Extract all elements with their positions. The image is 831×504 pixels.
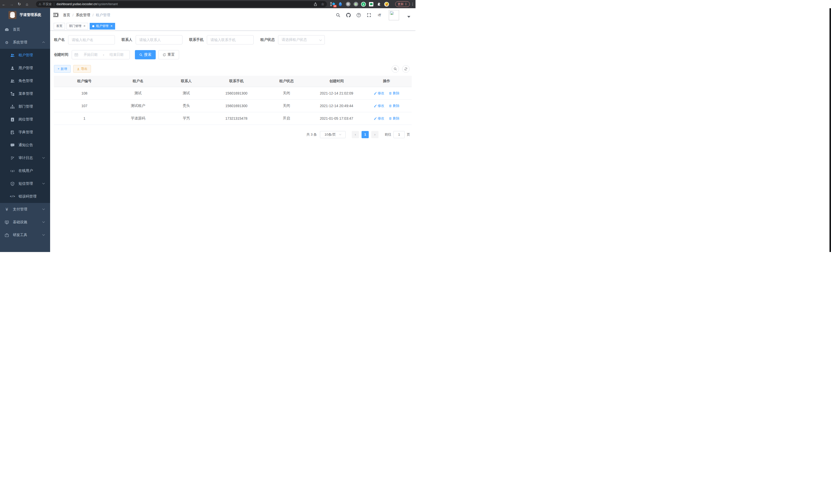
browser-reload-icon[interactable]: ↻ (16, 2, 23, 6)
sidebar-item-user[interactable]: 用户管理 (0, 62, 50, 75)
sidebar-item-post[interactable]: 岗位管理 (0, 113, 50, 126)
chevron-down-icon (42, 220, 45, 223)
extension-chat-icon[interactable] (369, 2, 374, 7)
edit-button[interactable]: 修改 (374, 116, 384, 121)
browser-update-button[interactable]: 更新 ⋮ (395, 1, 410, 7)
extension-command-icon[interactable]: ⌘ (346, 2, 350, 7)
sidebar-item-home[interactable]: 首页 (0, 23, 50, 36)
mobile-input[interactable] (207, 35, 254, 45)
page-size-select[interactable]: 10条/页 (320, 131, 346, 138)
sidebar-item-label: 部门管理 (19, 104, 33, 109)
tab-tenant[interactable]: 租户管理 ✕ (90, 23, 115, 30)
date-separator: - (103, 53, 104, 57)
delete-button[interactable]: 删除 (389, 103, 399, 108)
user-group-icon (10, 79, 15, 83)
extension-record-icon[interactable] (353, 2, 358, 7)
sidebar-item-label: 通知公告 (19, 143, 33, 147)
tenant-name-input[interactable] (68, 35, 115, 45)
toggle-search-button[interactable] (392, 65, 399, 73)
delete-button[interactable]: 删除 (389, 91, 399, 95)
announcement-icon (10, 143, 15, 147)
sidebar-item-label: 用户管理 (19, 66, 33, 70)
edit-button[interactable]: 修改 (374, 103, 384, 108)
sidebar-item-errcode[interactable]: </> 错误码管理 (0, 190, 50, 203)
chevron-down-icon (42, 233, 45, 236)
contact-input[interactable] (136, 35, 182, 45)
breadcrumb-home[interactable]: 首页 (63, 13, 70, 18)
extension-badge: 10 (333, 5, 337, 7)
sidebar-item-system[interactable]: ⚙ 系统管理 (0, 36, 50, 49)
tab-home[interactable]: 首页 (54, 23, 65, 30)
sidebar-item-label: 菜单管理 (19, 91, 33, 96)
page-number-1[interactable]: 1 (362, 131, 369, 138)
extension-balloon-icon[interactable] (338, 2, 343, 7)
export-button[interactable]: 导出 (73, 65, 91, 73)
prev-page-button[interactable]: ‹ (352, 131, 359, 138)
app-title: 芋道管理系统 (20, 12, 41, 17)
sidebar-toggle-icon[interactable] (53, 13, 58, 17)
refresh-table-button[interactable] (402, 65, 409, 73)
table-row: 108 测试 测试 15601691300 关闭 2021-12-14 21:0… (54, 87, 412, 99)
sidebar-item-notice[interactable]: 通知公告 (0, 139, 50, 152)
avatar-caret-icon[interactable] (407, 16, 410, 18)
trash-icon (389, 92, 392, 95)
search-icon[interactable] (336, 13, 341, 18)
extension-y-icon[interactable]: y (361, 2, 366, 7)
delete-button[interactable]: 删除 (389, 116, 399, 121)
sidebar-item-label: 岗位管理 (19, 117, 33, 122)
trash-icon (389, 104, 392, 108)
refresh-icon (163, 53, 166, 57)
sidebar-item-role[interactable]: 角色管理 (0, 75, 50, 87)
sidebar-item-pay[interactable]: ¥ 支付管理 (0, 203, 50, 216)
mobile-label: 联系手机 (189, 37, 203, 42)
extension-emoji-icon[interactable] (384, 2, 389, 7)
tab-dept[interactable]: 部门管理 ✕ (66, 23, 88, 30)
status-badge: 关闭 (261, 99, 311, 112)
download-icon (77, 67, 80, 70)
fullscreen-icon[interactable] (367, 13, 371, 18)
font-size-icon[interactable]: тT (377, 13, 381, 18)
bookmark-star-icon[interactable]: ☆ (321, 2, 324, 6)
edit-button[interactable]: 修改 (374, 91, 384, 95)
sidebar-item-tenant[interactable]: 租户管理 (0, 49, 50, 62)
badge-icon (10, 117, 15, 122)
close-icon[interactable]: ✕ (83, 24, 86, 28)
calendar-icon (75, 53, 78, 57)
col-tenant-name: 租户名 (115, 76, 161, 87)
avatar[interactable] (389, 10, 399, 20)
add-button[interactable]: + 新增 (54, 65, 71, 73)
search-button[interactable]: 搜索 (135, 50, 156, 59)
github-icon[interactable] (346, 13, 351, 18)
browser-forward-icon[interactable]: → (8, 2, 16, 6)
sidebar-item-infra[interactable]: 基础设施 (0, 216, 50, 229)
status-select[interactable]: 请选择租户状态 (278, 35, 325, 45)
user-group-icon (10, 53, 15, 58)
browser-home-icon[interactable]: ⌂ (23, 2, 31, 6)
sidebar-item-sms[interactable]: 短信管理 (0, 177, 50, 190)
sidebar-item-dict[interactable]: 字典管理 (0, 126, 50, 139)
table-row: 107 测试租户 秃头 15601691300 关闭 2021-12-14 20… (54, 99, 412, 112)
sidebar-item-label: 角色管理 (19, 79, 33, 83)
start-date-placeholder: 开始日期 (80, 52, 101, 57)
address-bar[interactable]: ⚠ 不安全 dashboard.yudao.iocoder.cn /system… (36, 1, 327, 7)
share-icon[interactable] (314, 2, 317, 6)
sidebar-item-devtools[interactable]: 研发工具 (0, 229, 50, 241)
sidebar-item-online-user[interactable]: 在线用户 (0, 165, 50, 177)
goto-page-input[interactable] (393, 131, 405, 138)
sidebar-item-dept[interactable]: 部门管理 (0, 100, 50, 113)
help-icon[interactable] (356, 13, 361, 18)
browser-back-icon[interactable]: ← (0, 2, 8, 6)
sidebar-item-audit-log[interactable]: 审计日志 (0, 152, 50, 165)
extension-puzzle-icon[interactable] (376, 2, 381, 7)
reset-button[interactable]: 重置 (158, 50, 179, 59)
url-host: dashboard.yudao.iocoder.cn (57, 2, 97, 6)
breadcrumb-system[interactable]: 系统管理 (76, 13, 90, 18)
dashboard-icon (5, 28, 9, 32)
date-range-input[interactable]: 开始日期 - 结束日期 (72, 50, 130, 59)
sidebar-item-menu[interactable]: 菜单管理 (0, 87, 50, 100)
close-icon[interactable]: ✕ (110, 24, 113, 28)
next-page-button[interactable]: › (371, 131, 378, 138)
browser-menu-icon[interactable]: ⋮ (411, 2, 414, 6)
extension-tiles-icon[interactable]: 10 (330, 2, 335, 7)
dictionary-icon (10, 130, 15, 135)
